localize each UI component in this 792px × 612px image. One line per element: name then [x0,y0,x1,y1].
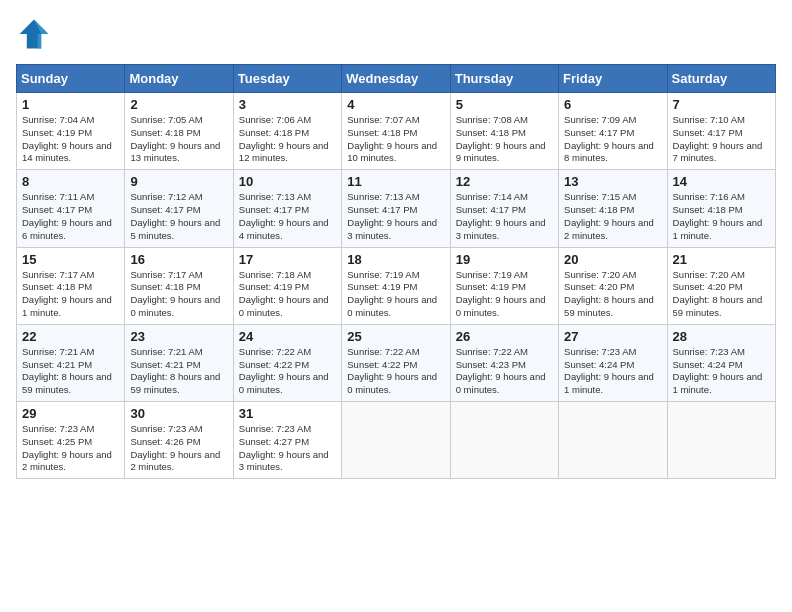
day-info: Sunrise: 7:20 AM Sunset: 4:20 PM Dayligh… [564,269,661,320]
day-number: 4 [347,97,444,112]
calendar-cell: 31 Sunrise: 7:23 AM Sunset: 4:27 PM Dayl… [233,402,341,479]
day-number: 30 [130,406,227,421]
day-info: Sunrise: 7:23 AM Sunset: 4:26 PM Dayligh… [130,423,227,474]
day-number: 12 [456,174,553,189]
calendar-cell: 17 Sunrise: 7:18 AM Sunset: 4:19 PM Dayl… [233,247,341,324]
day-header-friday: Friday [559,65,667,93]
calendar-cell: 1 Sunrise: 7:04 AM Sunset: 4:19 PM Dayli… [17,93,125,170]
day-number: 11 [347,174,444,189]
calendar-week-5: 29 Sunrise: 7:23 AM Sunset: 4:25 PM Dayl… [17,402,776,479]
calendar-week-2: 8 Sunrise: 7:11 AM Sunset: 4:17 PM Dayli… [17,170,776,247]
day-info: Sunrise: 7:16 AM Sunset: 4:18 PM Dayligh… [673,191,770,242]
day-header-monday: Monday [125,65,233,93]
day-info: Sunrise: 7:22 AM Sunset: 4:22 PM Dayligh… [239,346,336,397]
day-info: Sunrise: 7:09 AM Sunset: 4:17 PM Dayligh… [564,114,661,165]
calendar-cell: 11 Sunrise: 7:13 AM Sunset: 4:17 PM Dayl… [342,170,450,247]
day-number: 29 [22,406,119,421]
day-info: Sunrise: 7:13 AM Sunset: 4:17 PM Dayligh… [239,191,336,242]
day-number: 13 [564,174,661,189]
day-info: Sunrise: 7:20 AM Sunset: 4:20 PM Dayligh… [673,269,770,320]
day-number: 31 [239,406,336,421]
calendar-cell: 13 Sunrise: 7:15 AM Sunset: 4:18 PM Dayl… [559,170,667,247]
day-info: Sunrise: 7:19 AM Sunset: 4:19 PM Dayligh… [347,269,444,320]
calendar-cell: 15 Sunrise: 7:17 AM Sunset: 4:18 PM Dayl… [17,247,125,324]
logo-icon [16,16,52,52]
day-header-saturday: Saturday [667,65,775,93]
day-number: 17 [239,252,336,267]
calendar-cell: 22 Sunrise: 7:21 AM Sunset: 4:21 PM Dayl… [17,324,125,401]
day-number: 7 [673,97,770,112]
day-number: 22 [22,329,119,344]
day-number: 3 [239,97,336,112]
day-info: Sunrise: 7:23 AM Sunset: 4:27 PM Dayligh… [239,423,336,474]
day-number: 6 [564,97,661,112]
logo [16,16,58,52]
day-info: Sunrise: 7:08 AM Sunset: 4:18 PM Dayligh… [456,114,553,165]
calendar-cell: 18 Sunrise: 7:19 AM Sunset: 4:19 PM Dayl… [342,247,450,324]
calendar-cell: 25 Sunrise: 7:22 AM Sunset: 4:22 PM Dayl… [342,324,450,401]
day-number: 5 [456,97,553,112]
calendar-cell: 14 Sunrise: 7:16 AM Sunset: 4:18 PM Dayl… [667,170,775,247]
day-info: Sunrise: 7:13 AM Sunset: 4:17 PM Dayligh… [347,191,444,242]
calendar-cell [559,402,667,479]
calendar-cell: 21 Sunrise: 7:20 AM Sunset: 4:20 PM Dayl… [667,247,775,324]
day-number: 28 [673,329,770,344]
calendar-cell [342,402,450,479]
calendar-table: SundayMondayTuesdayWednesdayThursdayFrid… [16,64,776,479]
calendar-week-3: 15 Sunrise: 7:17 AM Sunset: 4:18 PM Dayl… [17,247,776,324]
day-info: Sunrise: 7:07 AM Sunset: 4:18 PM Dayligh… [347,114,444,165]
day-info: Sunrise: 7:10 AM Sunset: 4:17 PM Dayligh… [673,114,770,165]
day-info: Sunrise: 7:21 AM Sunset: 4:21 PM Dayligh… [130,346,227,397]
day-number: 21 [673,252,770,267]
calendar-cell: 23 Sunrise: 7:21 AM Sunset: 4:21 PM Dayl… [125,324,233,401]
calendar-cell: 9 Sunrise: 7:12 AM Sunset: 4:17 PM Dayli… [125,170,233,247]
day-number: 19 [456,252,553,267]
day-info: Sunrise: 7:17 AM Sunset: 4:18 PM Dayligh… [130,269,227,320]
day-number: 15 [22,252,119,267]
day-info: Sunrise: 7:22 AM Sunset: 4:23 PM Dayligh… [456,346,553,397]
day-info: Sunrise: 7:23 AM Sunset: 4:24 PM Dayligh… [673,346,770,397]
day-number: 27 [564,329,661,344]
day-header-sunday: Sunday [17,65,125,93]
calendar-cell: 20 Sunrise: 7:20 AM Sunset: 4:20 PM Dayl… [559,247,667,324]
day-info: Sunrise: 7:18 AM Sunset: 4:19 PM Dayligh… [239,269,336,320]
day-info: Sunrise: 7:15 AM Sunset: 4:18 PM Dayligh… [564,191,661,242]
day-number: 18 [347,252,444,267]
calendar-week-1: 1 Sunrise: 7:04 AM Sunset: 4:19 PM Dayli… [17,93,776,170]
calendar-cell: 5 Sunrise: 7:08 AM Sunset: 4:18 PM Dayli… [450,93,558,170]
calendar-cell: 12 Sunrise: 7:14 AM Sunset: 4:17 PM Dayl… [450,170,558,247]
day-number: 9 [130,174,227,189]
calendar-cell: 27 Sunrise: 7:23 AM Sunset: 4:24 PM Dayl… [559,324,667,401]
day-info: Sunrise: 7:23 AM Sunset: 4:25 PM Dayligh… [22,423,119,474]
calendar-cell: 10 Sunrise: 7:13 AM Sunset: 4:17 PM Dayl… [233,170,341,247]
day-info: Sunrise: 7:23 AM Sunset: 4:24 PM Dayligh… [564,346,661,397]
calendar-cell: 29 Sunrise: 7:23 AM Sunset: 4:25 PM Dayl… [17,402,125,479]
calendar-week-4: 22 Sunrise: 7:21 AM Sunset: 4:21 PM Dayl… [17,324,776,401]
calendar-cell: 24 Sunrise: 7:22 AM Sunset: 4:22 PM Dayl… [233,324,341,401]
calendar-cell [450,402,558,479]
calendar-cell: 16 Sunrise: 7:17 AM Sunset: 4:18 PM Dayl… [125,247,233,324]
page-header [16,16,776,52]
day-info: Sunrise: 7:04 AM Sunset: 4:19 PM Dayligh… [22,114,119,165]
day-header-thursday: Thursday [450,65,558,93]
day-info: Sunrise: 7:05 AM Sunset: 4:18 PM Dayligh… [130,114,227,165]
day-info: Sunrise: 7:06 AM Sunset: 4:18 PM Dayligh… [239,114,336,165]
calendar-cell [667,402,775,479]
calendar-cell: 8 Sunrise: 7:11 AM Sunset: 4:17 PM Dayli… [17,170,125,247]
day-header-wednesday: Wednesday [342,65,450,93]
day-info: Sunrise: 7:12 AM Sunset: 4:17 PM Dayligh… [130,191,227,242]
day-number: 23 [130,329,227,344]
calendar-cell: 28 Sunrise: 7:23 AM Sunset: 4:24 PM Dayl… [667,324,775,401]
calendar-cell: 30 Sunrise: 7:23 AM Sunset: 4:26 PM Dayl… [125,402,233,479]
day-info: Sunrise: 7:22 AM Sunset: 4:22 PM Dayligh… [347,346,444,397]
calendar-cell: 6 Sunrise: 7:09 AM Sunset: 4:17 PM Dayli… [559,93,667,170]
day-number: 24 [239,329,336,344]
day-info: Sunrise: 7:17 AM Sunset: 4:18 PM Dayligh… [22,269,119,320]
calendar-cell: 26 Sunrise: 7:22 AM Sunset: 4:23 PM Dayl… [450,324,558,401]
day-info: Sunrise: 7:19 AM Sunset: 4:19 PM Dayligh… [456,269,553,320]
day-number: 16 [130,252,227,267]
day-info: Sunrise: 7:21 AM Sunset: 4:21 PM Dayligh… [22,346,119,397]
calendar-cell: 7 Sunrise: 7:10 AM Sunset: 4:17 PM Dayli… [667,93,775,170]
calendar-cell: 19 Sunrise: 7:19 AM Sunset: 4:19 PM Dayl… [450,247,558,324]
day-number: 25 [347,329,444,344]
